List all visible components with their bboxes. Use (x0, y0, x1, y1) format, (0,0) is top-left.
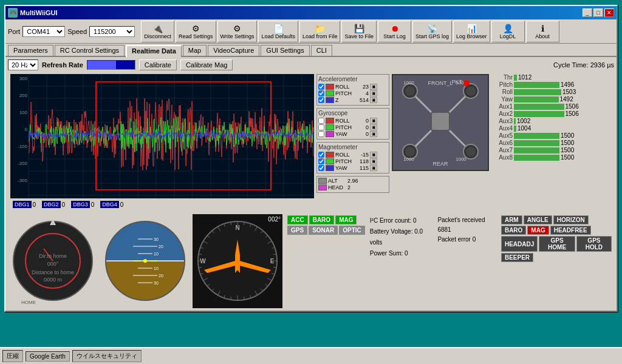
maximize-button[interactable]: □ (593, 8, 603, 17)
gpshome-btn[interactable]: GPS HOME (539, 236, 575, 252)
logdl-button[interactable]: 👤 LogDL (491, 21, 525, 42)
aux1-row: Aux1 1506 (491, 103, 583, 110)
angle-btn[interactable]: ANGLE (524, 215, 552, 224)
aux4-label: Aux4 (491, 125, 513, 132)
thr-label: Thr (491, 74, 513, 81)
tab-videocapture[interactable]: VideoCapture (208, 45, 259, 56)
sonar-mode-btn[interactable]: SONAR (309, 226, 338, 235)
gyro-yaw-check[interactable] (318, 131, 324, 137)
aux2-label: Aux2 (491, 110, 513, 117)
mag-yaw-scale[interactable]: ▣ (370, 165, 377, 171)
port-select[interactable]: COM41 (22, 26, 65, 37)
mag-pitch-scale[interactable]: ▣ (370, 158, 377, 164)
save-to-file-button[interactable]: 💾 Save to File (341, 21, 377, 42)
accel-pitch-row: PITCH 4 ▣ (318, 90, 388, 96)
mag-mode-btn[interactable]: MAG (335, 215, 357, 224)
yaw-bar (514, 96, 559, 103)
accel-z-check[interactable] (318, 97, 324, 103)
headadj-btn[interactable]: HEADADJ (501, 236, 538, 252)
gyro-pitch-scale[interactable]: ▣ (370, 124, 377, 130)
start-gps-log-button[interactable]: 📡 Start GPS log (412, 21, 452, 42)
title-bar-buttons: _ □ ✕ (583, 8, 614, 17)
tab-map[interactable]: Map (183, 45, 207, 56)
gyro-roll-check[interactable] (318, 118, 324, 124)
disconnect-button[interactable]: 🔌 Disconnect (141, 21, 174, 42)
start-log-icon: ⏺ (389, 23, 401, 34)
mag-yaw-label: YAW (335, 165, 352, 171)
cycle-time-label: Cycle Time: (553, 61, 588, 69)
title-bar-left: 🎮 MultiWiiGUI (8, 8, 58, 18)
svg-text:FRONT_L: FRONT_L (428, 80, 453, 86)
aux2-value: 1506 (566, 110, 579, 117)
gyro-pitch-label: PITCH (335, 124, 352, 130)
aux6-bar (514, 140, 559, 146)
baro-mode-btn[interactable]: BARO (309, 215, 334, 224)
accel-z-scale[interactable]: ▣ (370, 97, 377, 103)
accel-roll-scale[interactable]: ▣ (370, 84, 377, 90)
arm-btn[interactable]: ARM (501, 215, 522, 224)
log-browser-button[interactable]: 📊 Log Browser (453, 21, 490, 42)
start-log-button[interactable]: ⏺ Start Log (378, 21, 411, 42)
gyro-pitch-row: PITCH 0 ▣ (318, 124, 388, 130)
tab-parameters[interactable]: Parameters (8, 45, 53, 56)
minimize-button[interactable]: _ (583, 8, 592, 17)
acc-mode-btn[interactable]: ACC (287, 215, 308, 224)
write-settings-icon: ⚙ (231, 23, 243, 34)
close-button[interactable]: ✕ (604, 8, 614, 17)
head-color (318, 184, 327, 190)
mag-yaw-color (326, 165, 334, 171)
cycle-time-value: 2936 µs (590, 61, 614, 69)
logdl-icon: 👤 (502, 23, 514, 34)
taskbar-item-1[interactable]: 圧縮 (2, 350, 23, 362)
sensors-panel: Accelerometer ROLL 23 ▣ PITCH 4 ▣ (316, 74, 389, 209)
horizon-btn[interactable]: HORIZON (553, 215, 589, 224)
mag-yaw-check[interactable] (318, 165, 324, 171)
tabs-bar: Parameters RC Control Settings Realtime … (5, 44, 617, 57)
hz-select[interactable]: 20 Hz (8, 59, 38, 70)
read-settings-button[interactable]: ⚙ Read Settings (176, 21, 216, 42)
gyro-pitch-check[interactable] (318, 124, 324, 130)
mag-pitch-color (326, 158, 334, 164)
speed-select[interactable]: 115200 (89, 26, 135, 37)
headfree-btn[interactable]: HEADFREE (550, 226, 591, 235)
values-panel: Thr 1012 Pitch 1496 Roll 1503 Yaw (491, 74, 583, 209)
calibrate-mag-button[interactable]: Calibrate Mag (180, 59, 233, 70)
accel-pitch-scale[interactable]: ▣ (370, 90, 377, 96)
taskbar-item-2[interactable]: Google Earth (26, 351, 70, 362)
roll-value: 1503 (562, 89, 576, 95)
load-from-file-button[interactable]: 📁 Load from File (299, 21, 341, 42)
power-row: Power Sum: 0 (370, 248, 433, 259)
write-settings-button[interactable]: ⚙ Write Settings (217, 21, 258, 42)
mag-pitch-check[interactable] (318, 158, 324, 164)
tab-realtime[interactable]: Realtime Data (126, 45, 182, 57)
mag2-btn[interactable]: MAG (527, 226, 549, 235)
i2c-label: I²C Error count: (370, 217, 411, 224)
gyro-roll-scale[interactable]: ▣ (370, 118, 377, 124)
mag-roll-check[interactable] (318, 152, 324, 158)
accel-roll-check[interactable] (318, 84, 324, 90)
baro2-btn[interactable]: BARO (501, 226, 526, 235)
tab-rc-control[interactable]: RC Control Settings (55, 45, 125, 56)
aux3-label: Aux3 (491, 118, 513, 124)
gyro-yaw-scale[interactable]: ▣ (370, 131, 377, 137)
optic-mode-btn[interactable]: OPTIC (339, 226, 365, 235)
log-browser-label: Log Browser (456, 34, 487, 40)
magnetometer-group: Magnetometer ROLL -15 ▣ PITCH 118 ▣ (316, 142, 389, 174)
battery-row: Battery Voltage: 0.0 volts (370, 226, 433, 248)
load-defaults-button[interactable]: 📄 Load Defaults (258, 21, 298, 42)
beeper-btn[interactable]: BEEPER (501, 253, 533, 262)
taskbar-item-3[interactable]: ウイルスセキュリティ (72, 350, 142, 362)
calibrate-button[interactable]: Calibrate (139, 59, 177, 70)
power-label: Power Sum: (370, 250, 403, 257)
logdl-label: LogDL (500, 34, 516, 40)
svg-point-10 (405, 147, 415, 157)
about-button[interactable]: ℹ About (526, 21, 559, 42)
dbg2-value: 0 (62, 201, 66, 208)
tab-gui-settings[interactable]: GUI Settings (261, 45, 309, 56)
gps-mode-btn[interactable]: GPS (287, 226, 307, 235)
accel-pitch-check[interactable] (318, 90, 324, 96)
mag-roll-scale[interactable]: ▣ (370, 152, 377, 158)
gyro-roll-label: ROLL (335, 118, 352, 124)
gpshold-btn[interactable]: GPS HOLD (576, 236, 612, 252)
tab-cli[interactable]: CLI (311, 45, 332, 56)
